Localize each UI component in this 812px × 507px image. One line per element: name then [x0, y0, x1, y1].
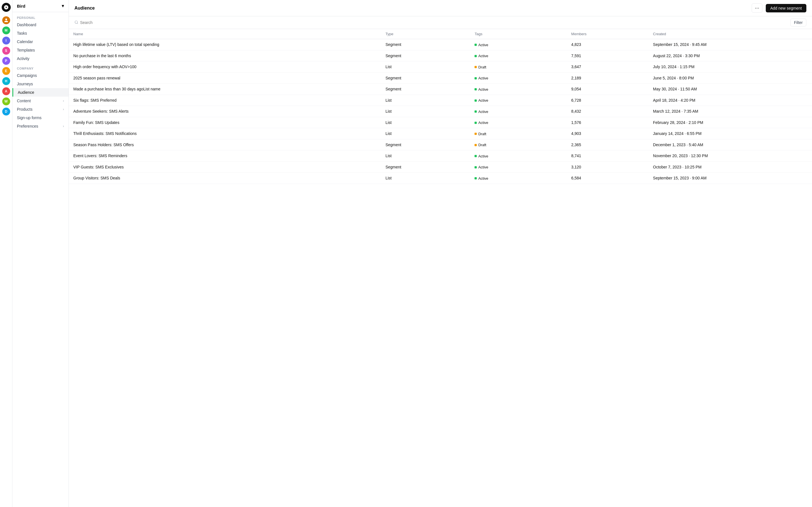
- sidebar-item-tasks[interactable]: Tasks: [12, 29, 68, 38]
- avatar-M[interactable]: M: [2, 26, 10, 34]
- cell-members: 6,584: [567, 173, 649, 184]
- chevron-down-icon: ▾: [62, 3, 64, 8]
- search-input[interactable]: [80, 20, 165, 25]
- tag-label: Active: [478, 165, 488, 169]
- add-new-segment-button[interactable]: Add new segment: [766, 4, 806, 12]
- tag-label: Active: [478, 87, 488, 92]
- cell-name: High lifetime value (LTV) based on total…: [69, 39, 381, 50]
- sidebar-item-label: Tasks: [17, 31, 27, 36]
- table-row[interactable]: VIP Guests: SMS Exclusives Segment Activ…: [69, 161, 812, 173]
- cell-created: April 18, 2024 · 4:20 PM: [649, 95, 812, 106]
- table-row[interactable]: Made a purchase less than 30 days agoLis…: [69, 83, 812, 95]
- table-row[interactable]: No purchase in the last 6 months Segment…: [69, 50, 812, 61]
- tag-status-dot: [474, 166, 477, 168]
- cell-type: Segment: [381, 83, 470, 95]
- table-row[interactable]: 2025 season pass renewal Segment Active …: [69, 72, 812, 83]
- cell-members: 8,741: [567, 151, 649, 162]
- table-row[interactable]: Event Lovers: SMS Reminders List Active …: [69, 151, 812, 162]
- user-avatar[interactable]: [2, 16, 10, 24]
- filter-button[interactable]: Filter: [790, 18, 806, 26]
- sidebar-item-dashboard[interactable]: Dashboard: [12, 20, 68, 29]
- table-row[interactable]: Season Pass Holders: SMS Offers Segment …: [69, 139, 812, 151]
- cell-tags: Draft: [470, 128, 567, 139]
- cell-type: Segment: [381, 72, 470, 83]
- app-logo[interactable]: [2, 3, 11, 12]
- column-header-created: Created: [649, 29, 812, 39]
- more-options-button[interactable]: ⋯: [752, 3, 762, 13]
- sidebar-item-content[interactable]: Content ›: [12, 97, 68, 105]
- table-row[interactable]: High order frequency with AOV>100 List D…: [69, 61, 812, 73]
- tag-label: Active: [478, 54, 488, 58]
- tag-label: Active: [478, 154, 488, 158]
- table-header-row: Name Type Tags Members Created: [69, 29, 812, 39]
- sidebar-item-preferences[interactable]: Preferences ›: [12, 122, 68, 130]
- table-row[interactable]: Family Fun: SMS Updates List Active 1,57…: [69, 117, 812, 128]
- cell-tags: Active: [470, 106, 567, 117]
- avatar-A[interactable]: A: [2, 87, 10, 95]
- sidebar-item-products[interactable]: Products ›: [12, 105, 68, 114]
- cell-members: 6,728: [567, 95, 649, 106]
- header-actions: ⋯ Add new segment: [752, 3, 806, 13]
- table-row[interactable]: Adventure Seekers: SMS Alerts List Activ…: [69, 106, 812, 117]
- avatar-P[interactable]: P: [2, 57, 10, 65]
- cell-name: No purchase in the last 6 months: [69, 50, 381, 61]
- cell-members: 7,591: [567, 50, 649, 61]
- sidebar-item-audience[interactable]: Audience: [12, 88, 68, 97]
- sidebar-item-journeys[interactable]: Journeys: [12, 80, 68, 88]
- cell-tags: Active: [470, 161, 567, 173]
- cell-type: Segment: [381, 139, 470, 151]
- avatar-S[interactable]: S: [2, 47, 10, 55]
- cell-tags: Active: [470, 173, 567, 184]
- tag-label: Active: [478, 176, 488, 180]
- cell-tags: Active: [470, 39, 567, 50]
- avatar-D[interactable]: D: [2, 108, 10, 115]
- app-name: Bird: [17, 4, 26, 8]
- cell-name: Event Lovers: SMS Reminders: [69, 151, 381, 162]
- table-row[interactable]: High lifetime value (LTV) based on total…: [69, 39, 812, 50]
- cell-members: 4,903: [567, 128, 649, 139]
- cell-name: High order frequency with AOV>100: [69, 61, 381, 73]
- cell-members: 3,120: [567, 161, 649, 173]
- cell-tags: Active: [470, 95, 567, 106]
- cell-members: 4,823: [567, 39, 649, 50]
- tag-label: Active: [478, 43, 488, 47]
- column-header-tags: Tags: [470, 29, 567, 39]
- avatar-E[interactable]: E: [2, 67, 10, 75]
- sidebar-item-sign-up-forms[interactable]: Sign-up forms: [12, 114, 68, 122]
- table-row[interactable]: Thrill Enthusiasts: SMS Notifications Li…: [69, 128, 812, 139]
- table-row[interactable]: Six flags: SMS Preferred List Active 6,7…: [69, 95, 812, 106]
- cell-name: Family Fun: SMS Updates: [69, 117, 381, 128]
- chevron-right-icon: ›: [63, 124, 64, 128]
- tag-status-dot: [474, 144, 477, 146]
- cell-type: List: [381, 128, 470, 139]
- cell-tags: Draft: [470, 61, 567, 73]
- tag-label: Draft: [478, 143, 486, 147]
- cell-tags: Active: [470, 151, 567, 162]
- table-row[interactable]: Group Visitors: SMS Deals List Active 6,…: [69, 173, 812, 184]
- cell-type: List: [381, 151, 470, 162]
- tag-label: Draft: [478, 65, 486, 69]
- cell-created: March 12, 2024 · 7:35 AM: [649, 106, 812, 117]
- tag-status-dot: [474, 100, 477, 102]
- sidebar-item-label: Activity: [17, 56, 29, 61]
- app-selector[interactable]: Bird ▾: [12, 0, 68, 12]
- sidebar-item-label: Audience: [18, 90, 34, 95]
- sidebar-item-activity[interactable]: Activity: [12, 54, 68, 63]
- tag-label: Active: [478, 98, 488, 103]
- cell-created: May 30, 2024 · 11:50 AM: [649, 83, 812, 95]
- avatar-W[interactable]: W: [2, 98, 10, 105]
- cell-tags: Draft: [470, 139, 567, 151]
- sidebar-item-campaigns[interactable]: Campaigns: [12, 71, 68, 80]
- avatar-I[interactable]: I: [2, 37, 10, 45]
- cell-type: Segment: [381, 39, 470, 50]
- page-title: Audience: [74, 6, 95, 11]
- cell-name: Group Visitors: SMS Deals: [69, 173, 381, 184]
- tag-status-dot: [474, 110, 477, 113]
- sidebar-item-label: Sign-up forms: [17, 115, 42, 120]
- cell-members: 9,054: [567, 83, 649, 95]
- cell-created: February 28, 2024 · 2:10 PM: [649, 117, 812, 128]
- avatar-H[interactable]: H: [2, 77, 10, 85]
- audience-table-container: Name Type Tags Members Created High life…: [69, 29, 812, 507]
- sidebar-item-calendar[interactable]: Calendar: [12, 38, 68, 46]
- sidebar-item-templates[interactable]: Templates: [12, 46, 68, 54]
